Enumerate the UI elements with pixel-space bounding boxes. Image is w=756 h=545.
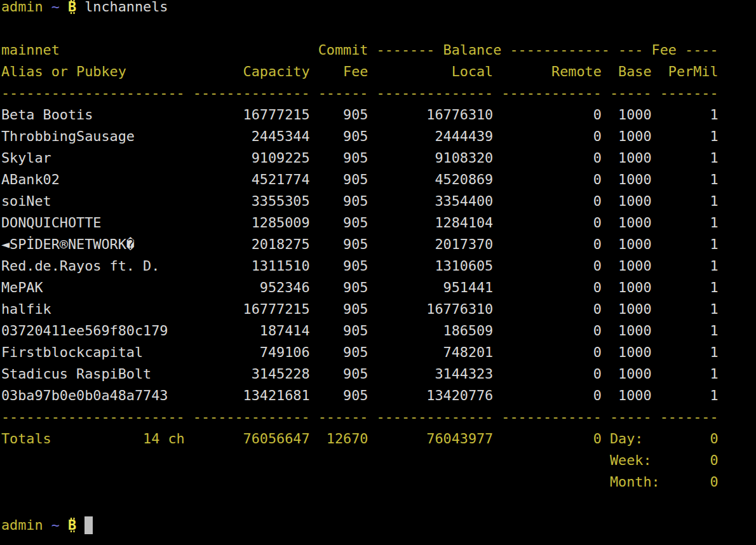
channel-row: ThrobbingSausage 2445344 905 2444439 0 1… [1, 126, 756, 147]
column-headers-text: Alias or Pubkey Capacity Fee Local Remot… [1, 64, 719, 79]
channel-row: 03720411ee569f80c179 187414 905 186509 0… [1, 320, 756, 342]
channel-row: ◄SPİDER®NETWORK� 2018275 905 2017370 0 1… [1, 234, 756, 255]
channel-row: Beta Bootis 16777215 905 16776310 0 1000… [1, 104, 756, 126]
bitcoin-prompt-icon: B [68, 515, 76, 536]
channel-row-text: ◄SPİDER®NETWORK� 2018275 905 2017370 0 1… [1, 236, 719, 252]
channel-row-text: Firstblockcapital 749106 905 748201 0 10… [1, 344, 719, 360]
channel-row-text: halfik 16777215 905 16776310 0 1000 1 [1, 301, 719, 317]
blank-line [1, 493, 756, 515]
channel-row-text: 03ba97b0e0b0a48a7743 13421681 905 134207… [1, 387, 719, 403]
table-column-header-line: Alias or Pubkey Capacity Fee Local Remot… [1, 61, 756, 83]
table-separator-line: ---------------------- -------------- --… [1, 407, 756, 428]
terminal-screen[interactable]: admin ~ B lnchannelsmainnet Commit -----… [1, 0, 756, 536]
channel-row: Red.de.Rayos ft. D. 1311510 905 1310605 … [1, 255, 756, 277]
table-separator-line: ---------------------- -------------- --… [1, 83, 756, 104]
totals-line: Totals 14 ch 76056647 12670 76043977 0 D… [1, 428, 756, 450]
network-and-banner-text: mainnet Commit ------- Balance ---------… [1, 42, 719, 58]
fee-week-line: Week: 0 [1, 450, 756, 471]
terminal-cursor [84, 516, 93, 534]
totals-text: Totals 14 ch 76056647 12670 76043977 0 D… [1, 431, 719, 447]
prompt-user: admin [1, 0, 43, 15]
channel-row: DONQUICHOTTE 1285009 905 1284104 0 1000 … [1, 212, 756, 234]
week-total-text: Week: 0 [1, 452, 719, 468]
table-banner-line: mainnet Commit ------- Balance ---------… [1, 39, 756, 61]
channel-row: Firstblockcapital 749106 905 748201 0 10… [1, 342, 756, 363]
channel-row-text: DONQUICHOTTE 1285009 905 1284104 0 1000 … [1, 215, 719, 231]
prompt-user: admin [1, 517, 43, 533]
channel-row: ABank02 4521774 905 4520869 0 1000 1 [1, 169, 756, 191]
channel-row: Stadicus RaspiBolt 3145228 905 3144323 0… [1, 363, 756, 385]
blank-line [1, 18, 756, 39]
fee-month-line: Month: 0 [1, 471, 756, 493]
channel-row-text: Beta Bootis 16777215 905 16776310 0 1000… [1, 107, 719, 123]
bitcoin-prompt-icon: B [68, 0, 76, 18]
channel-row-text: MePAK 952346 905 951441 0 1000 1 [1, 279, 719, 295]
channel-row-text: Red.de.Rayos ft. D. 1311510 905 1310605 … [1, 258, 719, 274]
month-total-text: Month: 0 [1, 474, 719, 490]
prompt-tilde: ~ [51, 517, 60, 533]
command-text: lnchannels [84, 0, 168, 15]
prompt-tilde: ~ [51, 0, 60, 15]
channel-row-text: Skylar 9109225 905 9108320 0 1000 1 [1, 150, 719, 166]
command-input-line[interactable]: admin ~ B [1, 515, 756, 536]
channel-row-text: Stadicus RaspiBolt 3145228 905 3144323 0… [1, 366, 719, 382]
channel-row-text: ThrobbingSausage 2445344 905 2444439 0 1… [1, 128, 719, 144]
channel-row: MePAK 952346 905 951441 0 1000 1 [1, 277, 756, 299]
channel-row-text: soiNet 3355305 905 3354400 0 1000 1 [1, 193, 719, 209]
separator-dashes: ---------------------- -------------- --… [1, 85, 719, 101]
channel-row: 03ba97b0e0b0a48a7743 13421681 905 134207… [1, 385, 756, 407]
channel-row-text: 03720411ee569f80c179 187414 905 186509 0… [1, 323, 719, 339]
separator-dashes: ---------------------- -------------- --… [1, 409, 719, 425]
channel-row: halfik 16777215 905 16776310 0 1000 1 [1, 299, 756, 320]
channel-row: soiNet 3355305 905 3354400 0 1000 1 [1, 191, 756, 212]
channel-row: Skylar 9109225 905 9108320 0 1000 1 [1, 147, 756, 169]
channel-row-text: ABank02 4521774 905 4520869 0 1000 1 [1, 172, 719, 187]
prompt-line-top: admin ~ B lnchannels [1, 0, 756, 18]
